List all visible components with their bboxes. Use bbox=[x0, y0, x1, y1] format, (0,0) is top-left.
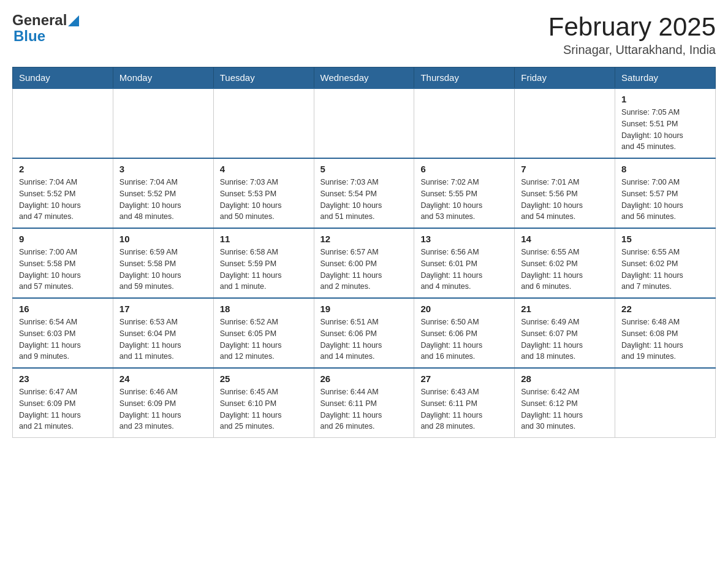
logo: General Blue bbox=[12, 12, 79, 45]
weekday-header-saturday: Saturday bbox=[615, 67, 716, 89]
calendar-cell: 18Sunrise: 6:52 AM Sunset: 6:05 PM Dayli… bbox=[213, 298, 314, 368]
calendar-week-row-3: 9Sunrise: 7:00 AM Sunset: 5:58 PM Daylig… bbox=[13, 228, 716, 298]
day-number: 11 bbox=[220, 234, 308, 244]
weekday-header-sunday: Sunday bbox=[13, 67, 113, 89]
day-info: Sunrise: 7:02 AM Sunset: 5:55 PM Dayligh… bbox=[420, 177, 508, 223]
day-number: 1 bbox=[621, 94, 709, 104]
day-number: 22 bbox=[621, 304, 709, 314]
calendar-week-row-5: 23Sunrise: 6:47 AM Sunset: 6:09 PM Dayli… bbox=[13, 368, 716, 438]
calendar-cell: 28Sunrise: 6:42 AM Sunset: 6:12 PM Dayli… bbox=[515, 368, 615, 438]
day-number: 16 bbox=[19, 304, 107, 314]
calendar-cell: 10Sunrise: 6:59 AM Sunset: 5:58 PM Dayli… bbox=[113, 228, 213, 298]
calendar-cell bbox=[314, 88, 414, 158]
day-number: 4 bbox=[220, 164, 308, 174]
calendar-cell bbox=[13, 88, 113, 158]
weekday-header-tuesday: Tuesday bbox=[213, 67, 314, 89]
day-number: 2 bbox=[19, 164, 107, 174]
day-number: 7 bbox=[521, 164, 609, 174]
day-info: Sunrise: 7:04 AM Sunset: 5:52 PM Dayligh… bbox=[19, 177, 107, 223]
day-info: Sunrise: 6:53 AM Sunset: 6:04 PM Dayligh… bbox=[119, 316, 207, 362]
calendar-cell: 16Sunrise: 6:54 AM Sunset: 6:03 PM Dayli… bbox=[13, 298, 113, 368]
day-info: Sunrise: 7:04 AM Sunset: 5:52 PM Dayligh… bbox=[119, 177, 207, 223]
calendar-cell: 8Sunrise: 7:00 AM Sunset: 5:57 PM Daylig… bbox=[615, 158, 716, 228]
calendar-cell: 6Sunrise: 7:02 AM Sunset: 5:55 PM Daylig… bbox=[414, 158, 515, 228]
calendar-cell bbox=[113, 88, 213, 158]
day-number: 6 bbox=[420, 164, 508, 174]
day-info: Sunrise: 7:03 AM Sunset: 5:53 PM Dayligh… bbox=[220, 177, 308, 223]
title-block: February 2025 Srinagar, Uttarakhand, Ind… bbox=[548, 12, 716, 57]
day-info: Sunrise: 7:05 AM Sunset: 5:51 PM Dayligh… bbox=[621, 107, 709, 153]
logo-blue-text: Blue bbox=[13, 28, 79, 44]
day-info: Sunrise: 7:03 AM Sunset: 5:54 PM Dayligh… bbox=[320, 177, 408, 223]
calendar-cell: 2Sunrise: 7:04 AM Sunset: 5:52 PM Daylig… bbox=[13, 158, 113, 228]
day-number: 25 bbox=[220, 373, 308, 384]
day-number: 28 bbox=[521, 373, 609, 384]
day-number: 24 bbox=[119, 373, 207, 384]
weekday-header-wednesday: Wednesday bbox=[314, 67, 414, 89]
day-info: Sunrise: 6:46 AM Sunset: 6:09 PM Dayligh… bbox=[119, 386, 207, 432]
calendar-cell bbox=[515, 88, 615, 158]
day-info: Sunrise: 6:55 AM Sunset: 6:02 PM Dayligh… bbox=[521, 247, 609, 293]
calendar-cell: 23Sunrise: 6:47 AM Sunset: 6:09 PM Dayli… bbox=[13, 368, 113, 438]
day-number: 15 bbox=[621, 234, 709, 244]
day-info: Sunrise: 6:54 AM Sunset: 6:03 PM Dayligh… bbox=[19, 316, 107, 362]
calendar-cell: 26Sunrise: 6:44 AM Sunset: 6:11 PM Dayli… bbox=[314, 368, 414, 438]
calendar-week-row-1: 1Sunrise: 7:05 AM Sunset: 5:51 PM Daylig… bbox=[13, 88, 716, 158]
day-number: 17 bbox=[119, 304, 207, 314]
calendar-cell: 5Sunrise: 7:03 AM Sunset: 5:54 PM Daylig… bbox=[314, 158, 414, 228]
calendar-cell: 11Sunrise: 6:58 AM Sunset: 5:59 PM Dayli… bbox=[213, 228, 314, 298]
calendar-cell: 25Sunrise: 6:45 AM Sunset: 6:10 PM Dayli… bbox=[213, 368, 314, 438]
calendar-cell: 21Sunrise: 6:49 AM Sunset: 6:07 PM Dayli… bbox=[515, 298, 615, 368]
calendar-cell: 3Sunrise: 7:04 AM Sunset: 5:52 PM Daylig… bbox=[113, 158, 213, 228]
calendar-header: SundayMondayTuesdayWednesdayThursdayFrid… bbox=[13, 67, 716, 89]
calendar-cell: 13Sunrise: 6:56 AM Sunset: 6:01 PM Dayli… bbox=[414, 228, 515, 298]
calendar-cell: 7Sunrise: 7:01 AM Sunset: 5:56 PM Daylig… bbox=[515, 158, 615, 228]
day-number: 27 bbox=[420, 373, 508, 384]
day-info: Sunrise: 6:42 AM Sunset: 6:12 PM Dayligh… bbox=[521, 386, 609, 432]
logo-triangle-icon bbox=[68, 15, 79, 26]
calendar-cell: 24Sunrise: 6:46 AM Sunset: 6:09 PM Dayli… bbox=[113, 368, 213, 438]
day-info: Sunrise: 6:51 AM Sunset: 6:06 PM Dayligh… bbox=[320, 316, 408, 362]
day-info: Sunrise: 6:49 AM Sunset: 6:07 PM Dayligh… bbox=[521, 316, 609, 362]
day-number: 26 bbox=[320, 373, 408, 384]
day-number: 20 bbox=[420, 304, 508, 314]
calendar-cell: 14Sunrise: 6:55 AM Sunset: 6:02 PM Dayli… bbox=[515, 228, 615, 298]
day-number: 13 bbox=[420, 234, 508, 244]
calendar-cell: 1Sunrise: 7:05 AM Sunset: 5:51 PM Daylig… bbox=[615, 88, 716, 158]
month-year-title: February 2025 bbox=[548, 12, 716, 42]
day-number: 5 bbox=[320, 164, 408, 174]
weekday-header-monday: Monday bbox=[113, 67, 213, 89]
day-info: Sunrise: 7:00 AM Sunset: 5:57 PM Dayligh… bbox=[621, 177, 709, 223]
day-number: 21 bbox=[521, 304, 609, 314]
calendar-cell: 20Sunrise: 6:50 AM Sunset: 6:06 PM Dayli… bbox=[414, 298, 515, 368]
day-info: Sunrise: 6:52 AM Sunset: 6:05 PM Dayligh… bbox=[220, 316, 308, 362]
calendar-week-row-4: 16Sunrise: 6:54 AM Sunset: 6:03 PM Dayli… bbox=[13, 298, 716, 368]
day-info: Sunrise: 6:57 AM Sunset: 6:00 PM Dayligh… bbox=[320, 247, 408, 293]
logo-general-text: General bbox=[12, 12, 67, 28]
calendar-cell: 15Sunrise: 6:55 AM Sunset: 6:02 PM Dayli… bbox=[615, 228, 716, 298]
day-info: Sunrise: 6:56 AM Sunset: 6:01 PM Dayligh… bbox=[420, 247, 508, 293]
day-info: Sunrise: 6:43 AM Sunset: 6:11 PM Dayligh… bbox=[420, 386, 508, 432]
day-info: Sunrise: 6:44 AM Sunset: 6:11 PM Dayligh… bbox=[320, 386, 408, 432]
day-number: 8 bbox=[621, 164, 709, 174]
day-info: Sunrise: 6:59 AM Sunset: 5:58 PM Dayligh… bbox=[119, 247, 207, 293]
weekday-header-thursday: Thursday bbox=[414, 67, 515, 89]
calendar-cell: 17Sunrise: 6:53 AM Sunset: 6:04 PM Dayli… bbox=[113, 298, 213, 368]
calendar-cell bbox=[414, 88, 515, 158]
day-info: Sunrise: 6:45 AM Sunset: 6:10 PM Dayligh… bbox=[220, 386, 308, 432]
day-number: 10 bbox=[119, 234, 207, 244]
calendar-cell: 19Sunrise: 6:51 AM Sunset: 6:06 PM Dayli… bbox=[314, 298, 414, 368]
logo-line1: General bbox=[12, 12, 79, 28]
day-info: Sunrise: 6:55 AM Sunset: 6:02 PM Dayligh… bbox=[621, 247, 709, 293]
day-number: 18 bbox=[220, 304, 308, 314]
day-info: Sunrise: 6:58 AM Sunset: 5:59 PM Dayligh… bbox=[220, 247, 308, 293]
day-info: Sunrise: 7:00 AM Sunset: 5:58 PM Dayligh… bbox=[19, 247, 107, 293]
location-subtitle: Srinagar, Uttarakhand, India bbox=[548, 43, 716, 57]
day-number: 12 bbox=[320, 234, 408, 244]
calendar-week-row-2: 2Sunrise: 7:04 AM Sunset: 5:52 PM Daylig… bbox=[13, 158, 716, 228]
calendar-cell: 22Sunrise: 6:48 AM Sunset: 6:08 PM Dayli… bbox=[615, 298, 716, 368]
day-info: Sunrise: 6:48 AM Sunset: 6:08 PM Dayligh… bbox=[621, 316, 709, 362]
day-number: 14 bbox=[521, 234, 609, 244]
day-number: 23 bbox=[19, 373, 107, 384]
calendar-cell: 4Sunrise: 7:03 AM Sunset: 5:53 PM Daylig… bbox=[213, 158, 314, 228]
